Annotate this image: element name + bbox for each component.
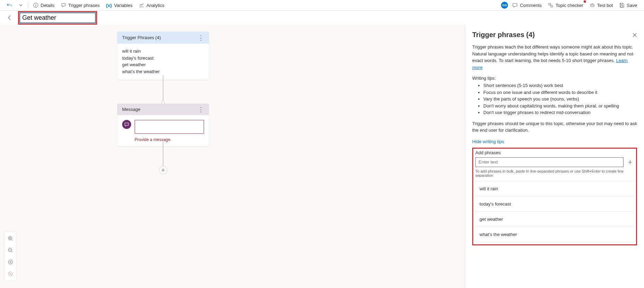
details-button[interactable]: Details	[31, 1, 57, 9]
svg-rect-4	[591, 4, 594, 7]
undo-dropdown[interactable]	[17, 2, 25, 9]
notification-dot	[584, 0, 586, 3]
topic-checker-label: Topic checker	[556, 3, 583, 8]
topic-checker-icon	[548, 2, 553, 8]
undo-icon	[7, 2, 12, 8]
save-button[interactable]: Save	[617, 1, 639, 9]
trigger-phrases-label: Trigger phrases	[68, 3, 100, 8]
svg-point-6	[593, 5, 593, 6]
details-label: Details	[41, 3, 54, 8]
comments-button[interactable]: Comments	[510, 1, 544, 9]
separator	[28, 2, 28, 8]
top-toolbar: Details Trigger phrases {x} Variables An…	[0, 0, 644, 11]
topic-title-input[interactable]	[20, 13, 95, 23]
comment-icon	[512, 2, 518, 8]
test-bot-label: Test bot	[597, 3, 613, 8]
trigger-icon	[61, 2, 66, 8]
bot-icon	[590, 2, 595, 8]
toolbar-left: Details Trigger phrases {x} Variables An…	[5, 1, 167, 9]
undo-button[interactable]	[5, 1, 15, 9]
variables-button[interactable]: {x} Variables	[104, 1, 135, 9]
save-icon	[619, 2, 625, 8]
variables-label: Variables	[114, 3, 133, 8]
info-icon	[33, 2, 39, 8]
analytics-icon	[139, 2, 144, 8]
comments-label: Comments	[520, 3, 542, 8]
avatar[interactable]: GG	[501, 2, 508, 9]
back-button[interactable]	[7, 15, 12, 20]
trigger-phrases-button[interactable]: Trigger phrases	[59, 1, 102, 9]
svg-point-5	[591, 5, 592, 6]
analytics-label: Analytics	[146, 3, 164, 8]
toolbar-right: GG Comments Topic checker Test bot Save	[501, 1, 639, 9]
title-highlight	[18, 11, 97, 25]
chevron-down-icon	[19, 3, 23, 7]
variables-icon: {x}	[106, 3, 112, 8]
analytics-button[interactable]: Analytics	[137, 1, 167, 9]
save-label: Save	[627, 3, 637, 8]
title-bar	[0, 11, 644, 25]
svg-point-1	[35, 4, 36, 5]
topic-checker-button[interactable]: Topic checker	[546, 1, 585, 9]
test-bot-button[interactable]: Test bot	[587, 1, 615, 9]
